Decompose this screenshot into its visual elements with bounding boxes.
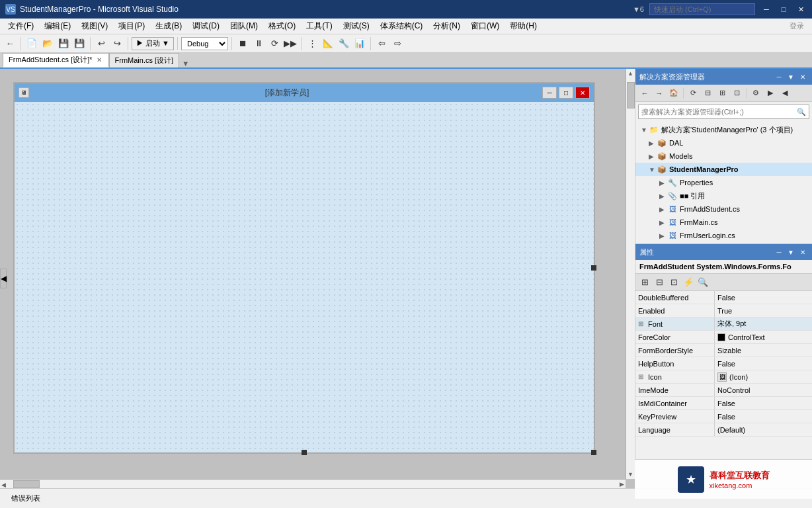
toolbar-btn-6[interactable]: 📐 — [321, 36, 335, 51]
tree-arrow-root[interactable]: ▼ — [641, 126, 649, 134]
solution-search-input[interactable] — [641, 108, 797, 116]
resize-handle-se[interactable] — [591, 450, 596, 455]
sol-back-btn[interactable]: ← — [638, 87, 651, 100]
prop-row-doublebuffered[interactable]: DoubleBuffered False — [635, 291, 812, 304]
resize-handle-e[interactable] — [591, 265, 596, 271]
toolbar-save[interactable]: 💾 — [56, 36, 71, 51]
form-maximize-btn[interactable]: □ — [559, 87, 573, 99]
menu-analyze[interactable]: 分析(N) — [428, 19, 466, 34]
scroll-up-arrow[interactable]: ▲ — [626, 69, 635, 78]
scroll-down-arrow[interactable]: ▼ — [626, 470, 635, 479]
tree-item-dal[interactable]: ▶ 📦 DAL — [635, 136, 812, 149]
tree-arrow-frm-add[interactable]: ▶ — [659, 206, 667, 213]
prop-row-icon[interactable]: ⊞ Icon 🖼 (Icon) — [635, 370, 812, 384]
prop-expand-icon[interactable]: ⊞ — [638, 373, 646, 380]
toolbar-btn-8[interactable]: 📊 — [352, 36, 367, 51]
props-props-btn[interactable]: ⊡ — [667, 276, 680, 289]
props-pin-btn[interactable]: ─ — [774, 247, 784, 257]
tree-item-frm-add[interactable]: ▶ 🖼 FrmAddStudent.cs — [635, 202, 812, 216]
sol-settings-btn[interactable]: ⚙ — [749, 87, 762, 100]
menu-architecture[interactable]: 体系结构(C) — [375, 19, 428, 34]
prop-row-keypreview[interactable]: KeyPreview False — [635, 410, 812, 423]
prop-row-enabled[interactable]: Enabled True — [635, 304, 812, 318]
error-list-tab[interactable]: 错误列表 — [5, 491, 46, 505]
form-close-btn[interactable]: ✕ — [575, 87, 590, 99]
maximize-button[interactable]: □ — [778, 3, 790, 15]
sol-more-btn[interactable]: ▶ — [764, 87, 777, 100]
tree-arrow-frm-main[interactable]: ▶ — [659, 219, 667, 226]
sol-prop-btn[interactable]: ⊞ — [715, 87, 729, 100]
prop-row-ismdicontainer[interactable]: IsMdiContainer False — [635, 397, 812, 410]
toolbar-btn-4[interactable]: ▶▶ — [283, 36, 298, 51]
menu-view[interactable]: 视图(V) — [76, 19, 113, 34]
debug-config-select[interactable]: Debug Release — [181, 37, 228, 50]
tree-arrow-properties[interactable]: ▶ — [659, 179, 667, 187]
toolbar-redo[interactable]: ↪ — [110, 36, 124, 51]
scroll-left-arrow[interactable]: ◀ — [0, 481, 7, 489]
designer-scrollbar-v[interactable]: ▲ ▼ — [626, 69, 635, 479]
toolbar-btn-1[interactable]: ⏹ — [235, 36, 250, 51]
menu-tools[interactable]: 工具(T) — [301, 19, 337, 34]
tab-frm-main[interactable]: FrmMain.cs [设计] — [109, 53, 180, 67]
start-debug-button[interactable]: ▶ 启动 ▼ — [132, 37, 174, 50]
sol-home-btn[interactable]: 🏠 — [667, 87, 680, 100]
panel-dropdown-btn[interactable]: ▼ — [786, 71, 796, 82]
prop-row-imemode[interactable]: ImeMode NoControl — [635, 384, 812, 397]
panel-close-btn[interactable]: ✕ — [797, 71, 808, 82]
tree-item-root[interactable]: ▼ 📁 解决方案'StudentManagerPro' (3 个项目) — [635, 123, 812, 136]
prop-row-formborderstyle[interactable]: FormBorderStyle Sizable — [635, 344, 812, 357]
solution-search-box[interactable]: 🔍 — [638, 105, 809, 119]
toolbar-btn-9[interactable]: ⇦ — [374, 36, 389, 51]
props-events-btn[interactable]: ⚡ — [682, 276, 695, 289]
sol-collapse-btn[interactable]: ⊟ — [701, 87, 714, 100]
form-minimize-btn[interactable]: ─ — [542, 87, 557, 99]
toolbar-new[interactable]: 📄 — [24, 36, 39, 51]
tab-frm-add-student[interactable]: FrmAddStudent.cs [设计]* ✕ — [3, 53, 109, 67]
tab-close-1[interactable]: ✕ — [95, 56, 103, 64]
menu-debug[interactable]: 调试(D) — [187, 19, 225, 34]
toolbar-btn-2[interactable]: ⏸ — [251, 36, 266, 51]
tree-item-smp[interactable]: ▼ 📦 StudentManagerPro — [635, 163, 812, 176]
menu-window[interactable]: 窗口(W) — [466, 19, 505, 34]
tree-item-references[interactable]: ▶ 📎 ■■ 引用 — [635, 189, 812, 202]
menu-team[interactable]: 团队(M) — [225, 19, 263, 34]
prop-expand-font[interactable]: ⊞ — [638, 320, 646, 327]
toolbar-btn-3[interactable]: ⟳ — [267, 36, 282, 51]
menu-file[interactable]: 文件(F) — [3, 19, 39, 34]
scroll-thumb-h[interactable] — [13, 480, 40, 488]
menu-build[interactable]: 生成(B) — [150, 19, 187, 34]
toolbar-btn-10[interactable]: ⇨ — [390, 36, 405, 51]
prop-row-font[interactable]: ⊞ Font 宋体, 9pt — [635, 318, 812, 331]
tree-item-frm-login[interactable]: ▶ 🖼 FrmUserLogin.cs — [635, 229, 812, 242]
panel-collapse-left[interactable]: ◀ — [0, 269, 7, 288]
prop-row-language[interactable]: Language (Default) — [635, 423, 812, 437]
tree-item-frm-main[interactable]: ▶ 🖼 FrmMain.cs — [635, 216, 812, 229]
scroll-right-arrow[interactable]: ▶ — [618, 480, 626, 488]
tree-arrow-smp[interactable]: ▼ — [649, 166, 657, 173]
props-dropdown-btn[interactable]: ▼ — [786, 247, 796, 257]
sol-extra-btn[interactable]: ◀ — [778, 87, 792, 100]
sol-filter-btn[interactable]: ⊡ — [730, 87, 743, 100]
props-categorize-btn[interactable]: ⊞ — [638, 276, 651, 289]
tree-item-models[interactable]: ▶ 📦 Models — [635, 149, 812, 163]
prop-row-forecolor[interactable]: ForeColor ControlText — [635, 331, 812, 344]
props-alpha-btn[interactable]: ⊟ — [653, 276, 666, 289]
menu-help[interactable]: 帮助(H) — [505, 19, 542, 34]
tab-scroll-btn[interactable]: ▼ — [182, 60, 189, 67]
menu-test[interactable]: 测试(S) — [338, 19, 375, 34]
scroll-thumb-v[interactable] — [627, 82, 635, 108]
menu-format[interactable]: 格式(O) — [263, 19, 301, 34]
quick-launch-input[interactable] — [649, 3, 755, 15]
minimize-button[interactable]: ─ — [760, 3, 772, 15]
resize-handle-s[interactable] — [302, 450, 307, 455]
tree-item-properties[interactable]: ▶ 🔧 Properties — [635, 176, 812, 189]
form-body[interactable] — [15, 102, 594, 452]
toolbar-undo[interactable]: ↩ — [94, 36, 108, 51]
tree-arrow-frm-login[interactable]: ▶ — [659, 232, 667, 239]
tree-arrow-references[interactable]: ▶ — [659, 192, 667, 200]
close-button[interactable]: ✕ — [795, 3, 807, 15]
toolbar-back[interactable]: ← — [3, 36, 17, 51]
toolbar-saveall[interactable]: 💾 — [72, 36, 87, 51]
menu-project[interactable]: 项目(P) — [113, 19, 150, 34]
sol-refresh-btn[interactable]: ⟳ — [686, 87, 700, 100]
